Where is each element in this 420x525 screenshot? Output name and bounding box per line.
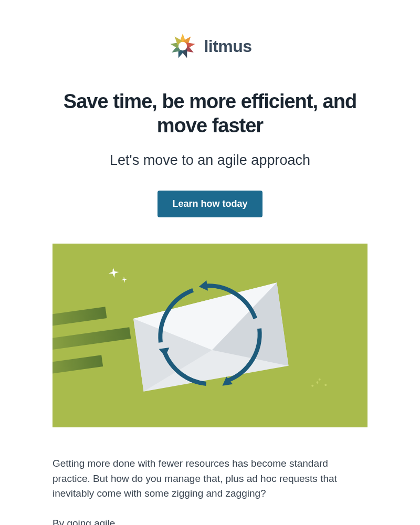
logo-text: litmus (204, 37, 251, 56)
page-subheadline: Let's move to an agile approach (52, 152, 368, 169)
body-paragraph-2: By going agile. (52, 516, 368, 525)
svg-point-9 (324, 384, 327, 386)
svg-point-7 (311, 385, 314, 387)
svg-point-8 (318, 379, 321, 381)
cta-wrapper: Learn how today (52, 191, 368, 217)
svg-marker-4 (198, 280, 208, 292)
litmus-logo-icon (168, 32, 197, 61)
sparkles-icon (102, 261, 131, 291)
hero-illustration (52, 244, 368, 427)
learn-how-button[interactable]: Learn how today (158, 191, 262, 217)
circular-arrows-icon (139, 265, 281, 407)
dots-icon (306, 373, 334, 392)
logo-section: litmus (52, 32, 368, 61)
body-paragraph-1: Getting more done with fewer resources h… (52, 456, 368, 501)
email-container: litmus Save time, be more efficient, and… (0, 0, 420, 525)
page-headline: Save time, be more efficient, and move f… (52, 90, 368, 138)
